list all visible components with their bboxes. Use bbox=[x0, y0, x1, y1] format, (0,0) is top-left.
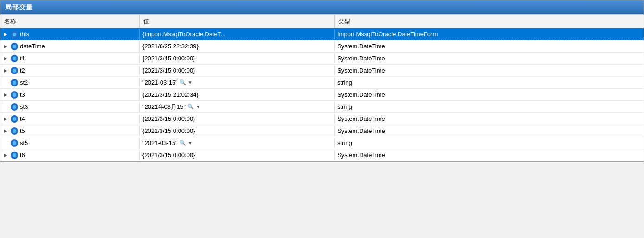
table-row[interactable]: ▶dateTime{2021/6/25 22:32:39}System.Date… bbox=[0, 40, 644, 53]
variable-icon bbox=[11, 31, 18, 38]
cell-type-dateTime: System.DateTime bbox=[335, 41, 644, 51]
variable-value: {2021/3/15 0:00:00} bbox=[142, 127, 195, 134]
cell-value-t6: {2021/3/15 0:00:00} bbox=[140, 150, 335, 160]
variable-icon bbox=[11, 91, 18, 99]
cell-name-t4: ▶t4 bbox=[0, 114, 140, 124]
table-row[interactable]: ▶this{Import.MssqlToOracle.DateT...Impor… bbox=[0, 28, 644, 40]
variable-value: {2021/3/15 0:00:00} bbox=[142, 115, 195, 122]
cell-value-t1: {2021/3/15 0:00:00} bbox=[140, 53, 335, 63]
table-row[interactable]: st3"2021年03月15"🔍▼string bbox=[0, 101, 644, 113]
expand-arrow-icon[interactable]: ▶ bbox=[2, 55, 9, 62]
variable-name: t5 bbox=[20, 127, 25, 134]
cell-type-t3: System.DateTime bbox=[335, 90, 644, 99]
dropdown-arrow-icon[interactable]: ▼ bbox=[196, 104, 200, 109]
expand-arrow-icon[interactable]: ▶ bbox=[2, 67, 9, 74]
cell-value-t5: {2021/3/15 0:00:00} bbox=[140, 126, 335, 136]
expand-arrow-icon[interactable]: ▶ bbox=[2, 31, 9, 38]
cell-value-st3: "2021年03月15"🔍▼ bbox=[140, 101, 335, 112]
cell-value-dateTime: {2021/6/25 22:32:39} bbox=[140, 41, 335, 51]
cell-type-st3: string bbox=[335, 102, 644, 112]
cell-value-t3: {2021/3/15 21:02:34} bbox=[140, 90, 335, 99]
column-headers: 名称 值 类型 bbox=[0, 14, 644, 28]
variable-value: {2021/3/15 0:00:00} bbox=[142, 67, 195, 74]
magnifier-icon[interactable]: 🔍 bbox=[180, 79, 186, 86]
cell-type-t1: System.DateTime bbox=[335, 53, 644, 63]
expand-arrow-icon[interactable]: ▶ bbox=[2, 128, 9, 134]
variable-value: {2021/3/15 21:02:34} bbox=[142, 91, 199, 98]
variable-icon bbox=[11, 103, 18, 111]
variable-value: "2021-03-15" bbox=[142, 139, 178, 146]
table-row[interactable]: ▶t2{2021/3/15 0:00:00}System.DateTime bbox=[0, 65, 644, 77]
cell-value-st2: "2021-03-15"🔍▼ bbox=[140, 78, 335, 87]
table-row[interactable]: ▶t3{2021/3/15 21:02:34}System.DateTime bbox=[0, 89, 644, 101]
table-row[interactable]: ▶t1{2021/3/15 0:00:00}System.DateTime bbox=[0, 53, 644, 65]
cell-value-this: {Import.MssqlToOracle.DateT... bbox=[140, 29, 335, 39]
variable-name: st2 bbox=[20, 79, 28, 86]
table-body: ▶this{Import.MssqlToOracle.DateT...Impor… bbox=[0, 28, 644, 161]
panel-title: 局部变量 bbox=[0, 0, 644, 14]
col-header-name: 名称 bbox=[0, 15, 140, 28]
variable-name: st3 bbox=[20, 103, 28, 110]
expand-arrow-icon[interactable]: ▶ bbox=[2, 43, 9, 50]
table-row[interactable]: ▶t6{2021/3/15 0:00:00}System.DateTime bbox=[0, 149, 644, 161]
table-row[interactable]: st2"2021-03-15"🔍▼string bbox=[0, 77, 644, 89]
variable-icon bbox=[11, 43, 18, 50]
cell-name-st3: st3 bbox=[0, 102, 140, 112]
cell-name-this: ▶this bbox=[0, 29, 140, 40]
variable-value: {2021/3/15 0:00:00} bbox=[142, 55, 195, 62]
variable-icon bbox=[11, 127, 18, 135]
cell-name-st5: st5 bbox=[0, 138, 140, 148]
cell-name-dateTime: ▶dateTime bbox=[0, 41, 140, 52]
table-row[interactable]: ▶t5{2021/3/15 0:00:00}System.DateTime bbox=[0, 125, 644, 137]
variable-name: this bbox=[20, 31, 29, 38]
variable-icon bbox=[11, 79, 18, 86]
variable-name: t1 bbox=[20, 55, 25, 62]
cell-name-t5: ▶t5 bbox=[0, 126, 140, 136]
variable-icon bbox=[11, 67, 18, 74]
variable-value: {2021/6/25 22:32:39} bbox=[142, 43, 199, 50]
locals-panel: 局部变量 名称 值 类型 ▶this{Import.MssqlToOracle.… bbox=[0, 0, 644, 162]
table-row[interactable]: ▶t4{2021/3/15 0:00:00}System.DateTime bbox=[0, 113, 644, 125]
col-header-value: 值 bbox=[140, 15, 335, 28]
table-row[interactable]: st5"2021-03-15"🔍▼string bbox=[0, 137, 644, 149]
expand-arrow-icon[interactable]: ▶ bbox=[2, 92, 9, 98]
dropdown-arrow-icon[interactable]: ▼ bbox=[188, 140, 193, 145]
cell-type-st5: string bbox=[335, 138, 644, 148]
cell-name-st2: st2 bbox=[0, 78, 140, 88]
cell-name-t3: ▶t3 bbox=[0, 90, 140, 100]
expand-arrow-icon[interactable]: ▶ bbox=[2, 116, 9, 122]
cell-type-t5: System.DateTime bbox=[335, 126, 644, 136]
cell-name-t2: ▶t2 bbox=[0, 66, 140, 76]
variable-name: t3 bbox=[20, 91, 25, 98]
cell-value-st5: "2021-03-15"🔍▼ bbox=[140, 138, 335, 148]
cell-name-t6: ▶t6 bbox=[0, 150, 140, 160]
variable-name: t6 bbox=[20, 152, 25, 159]
cell-type-t6: System.DateTime bbox=[335, 150, 644, 160]
variable-name: dateTime bbox=[20, 43, 45, 50]
cell-type-st2: string bbox=[335, 78, 644, 87]
variable-name: t2 bbox=[20, 67, 25, 74]
cell-type-t4: System.DateTime bbox=[335, 114, 644, 124]
variable-icon bbox=[11, 152, 18, 159]
variable-icon bbox=[11, 115, 18, 123]
variable-icon bbox=[11, 139, 18, 147]
magnifier-icon[interactable]: 🔍 bbox=[187, 104, 194, 110]
cell-value-t4: {2021/3/15 0:00:00} bbox=[140, 114, 335, 124]
variable-value: "2021年03月15" bbox=[142, 103, 186, 111]
variable-name: t4 bbox=[20, 115, 25, 122]
variable-name: st5 bbox=[20, 139, 28, 146]
cell-name-t1: ▶t1 bbox=[0, 53, 140, 64]
dropdown-arrow-icon[interactable]: ▼ bbox=[188, 80, 193, 85]
variable-value: {2021/3/15 0:00:00} bbox=[142, 152, 195, 159]
cell-value-t2: {2021/3/15 0:00:00} bbox=[140, 66, 335, 75]
magnifier-icon[interactable]: 🔍 bbox=[180, 140, 186, 146]
expand-arrow-icon[interactable]: ▶ bbox=[2, 152, 9, 159]
col-header-type: 类型 bbox=[335, 15, 644, 28]
cell-type-t2: System.DateTime bbox=[335, 66, 644, 75]
cell-type-this: Import.MssqlToOracle.DateTimeForm bbox=[335, 29, 644, 39]
variable-value: "2021-03-15" bbox=[142, 79, 178, 86]
variable-icon bbox=[11, 55, 18, 62]
variable-value: {Import.MssqlToOracle.DateT... bbox=[142, 31, 225, 38]
